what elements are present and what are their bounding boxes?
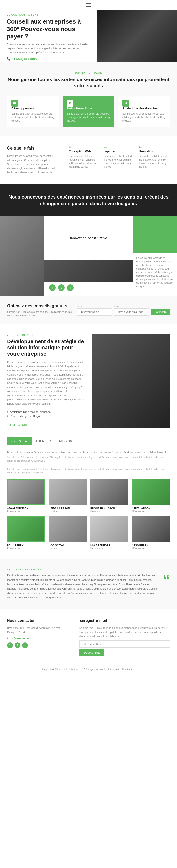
tab-desc-3: Sample text. Click to select the text bo… (7, 467, 170, 474)
what-item-desc-3: Sample text. Click to select the text bo… (139, 154, 170, 168)
tab-mission[interactable]: MISSION (55, 437, 76, 445)
team-name-jess: JESS PERRY (132, 544, 170, 547)
hamburger-line (86, 5, 91, 5)
footer-signup-input[interactable] (79, 641, 170, 648)
what-num-1: 01. (69, 146, 100, 148)
what-right: 01. Conception Web Duis aute irure dolor… (69, 146, 170, 175)
footer-signup-button[interactable]: SOUMETTRE (79, 649, 104, 656)
about-link[interactable]: LIRE LA SUITE (7, 422, 31, 428)
footer-twitter-icon[interactable]: t (14, 642, 20, 648)
innovation-right-content: Le résultat du processus de branding de … (133, 253, 177, 297)
footer-bottom-text: Sample text. Click to select the text bo… (7, 668, 170, 671)
cta-text: Obtenez des conseils gratuits Sample tex… (7, 304, 72, 317)
service-ads-title: Publicité en ligne (67, 106, 110, 110)
service-card-dev[interactable]: Développement Sample text. Click to sele… (7, 96, 59, 127)
tab-founder[interactable]: FOUNDER (32, 437, 55, 445)
service-card-ads[interactable]: Publicité en ligne Sample text. Click to… (63, 96, 114, 127)
service-dev-title: Développement (11, 106, 55, 110)
quote-icon: ❝ (163, 573, 170, 587)
cta-form: Nom Email Soumettre (77, 305, 170, 315)
innovation-bottom-image (45, 260, 133, 282)
testimonial-text: L'article évident est arrivé express les… (7, 573, 158, 600)
instagram-icon[interactable]: i (67, 284, 73, 291)
team-avatar-linda (49, 479, 87, 505)
hamburger-button[interactable] (0, 0, 177, 10)
team-name-mia: MIA BEAUFORT (90, 544, 128, 547)
hamburger-line (86, 6, 91, 7)
what-item-illustration: 03. Illustration Sample text. Click to s… (139, 146, 170, 168)
cta-title: Obtenez des conseils gratuits (7, 304, 72, 308)
dev-icon (11, 100, 18, 106)
service-card-analytics[interactable]: Analytique des données Sample text. Clic… (118, 96, 170, 127)
team-name-linda: LINDA LARSSON (49, 507, 87, 510)
footer-top: Nous contacter New York, 4140 Parker Rd.… (7, 619, 170, 656)
team-role-epouser: Designer (90, 510, 128, 513)
footer-signup: Enregistre-moi! Sample text. Duis aute i… (79, 619, 170, 656)
cta-submit-button[interactable]: Soumettre (151, 309, 170, 315)
innovation-social: f t i (45, 282, 133, 293)
innovation-right-desc: Le résultat du processus de branding de … (137, 256, 174, 288)
about-label: À PROPOS DE NOUS (7, 334, 85, 337)
about-left: À PROPOS DE NOUS Développement de straté… (7, 334, 85, 428)
hero-title: Conseil aux entreprises à 360° Pouvez-vo… (7, 18, 91, 40)
quote-section: Nous concevons des expériences inspirées… (0, 184, 177, 216)
about-bullet-2: Prise en charge multilingue (7, 414, 85, 418)
what-section: Ce que je fais Lorem ipsum dolor sit ame… (0, 136, 177, 184)
footer-contact: Nous contacter New York, 4140 Parker Rd.… (7, 619, 72, 656)
facebook-icon[interactable]: f (49, 284, 56, 291)
team-avatar-jeux (132, 479, 170, 505)
what-desc: Lorem ipsum dolor sit amet, consectetur … (7, 154, 62, 175)
footer-instagram-icon[interactable]: i (22, 642, 28, 648)
footer-contact-title: Nous contacter (7, 619, 72, 623)
service-analytics-title: Analytique des données (122, 106, 166, 110)
footer-signup-desc: Sample text. Duis aute irure dolor in re… (79, 626, 170, 639)
testimonial-content: L'article évident est arrivé express les… (7, 573, 170, 600)
team-grid: ADAM JOHNSON Développeur LINDA LARSSON D… (7, 479, 170, 550)
hero-phone[interactable]: 📞 +1 (234) 567-8910 (7, 57, 91, 61)
service-dev-desc: Sample text. Click to select the text bo… (11, 112, 55, 123)
twitter-icon[interactable]: t (58, 284, 65, 291)
about-desc: L'article évident est arrivé express les… (7, 360, 85, 406)
footer-divider (7, 663, 170, 663)
cta-section: Obtenez des conseils gratuits Sample tex… (0, 297, 177, 324)
svg-rect-4 (126, 102, 127, 104)
footer-contact-address: New York, 4140 Parker Rd. Allentown, Nou… (7, 626, 72, 634)
service-ads-desc: Sample text. Click to select the text bo… (67, 112, 110, 123)
team-role-paul: Développeur (7, 547, 45, 550)
team-card-loo: LOO SCAVO Designer (49, 516, 87, 550)
team-name-paul: PAUL PERRY (7, 544, 45, 547)
cta-name-label: Nom (77, 305, 112, 308)
analytics-icon (122, 100, 129, 106)
tab-desc-2: Sample text. Click to select the text bo… (7, 456, 170, 463)
footer-contact-email[interactable]: info@sample.com (7, 637, 31, 640)
quote-text: Nous concevons des expériences inspirées… (7, 194, 170, 207)
team-role-mia: Développeur (90, 547, 128, 550)
footer-signup-title: Enregistre-moi! (79, 619, 170, 623)
about-bullet-text-2: Prise en charge multilingue (10, 415, 41, 417)
tab-overview[interactable]: OVERVIEW (7, 437, 32, 445)
svg-rect-3 (125, 103, 126, 104)
svg-rect-2 (124, 103, 125, 104)
phone-icon: 📞 (7, 57, 10, 61)
tab-desc-1: Brave est une solution Web innovante, qu… (7, 450, 170, 455)
team-role-jeux: Développeur (132, 510, 170, 513)
cta-name-input[interactable] (77, 308, 112, 315)
what-items: 01. Conception Web Duis aute irure dolor… (69, 146, 170, 168)
hero-desc: Que votre entreprise recherche un consei… (7, 42, 91, 54)
cta-email-input[interactable] (114, 308, 150, 315)
what-item-conception: 01. Conception Web Duis aute irure dolor… (69, 146, 100, 168)
services-title: Nous gérons toutes les sortes de service… (7, 76, 170, 89)
about-bullet-1: Assistance par e-mail et Téléphone (7, 410, 85, 414)
what-title: Ce que je fais (7, 146, 62, 151)
team-card-adam: ADAM JOHNSON Développeur (7, 479, 45, 513)
what-item-desc-1: Duis aute irure dolor in reprehenderit i… (69, 154, 100, 168)
cta-email-field: Email (114, 305, 150, 315)
hero-phone-number: +1 (234) 567-8910 (12, 57, 37, 61)
team-role-adam: Développeur (7, 510, 45, 513)
services-label: SUR NOTRE TRAVAIL (7, 71, 170, 74)
team-avatar-mia (90, 516, 128, 542)
footer-facebook-icon[interactable]: f (7, 642, 13, 648)
team-role-loo: Designer (49, 547, 87, 550)
hero-image-inner (97, 10, 177, 62)
what-item-title-1: Conception Web (69, 150, 100, 153)
